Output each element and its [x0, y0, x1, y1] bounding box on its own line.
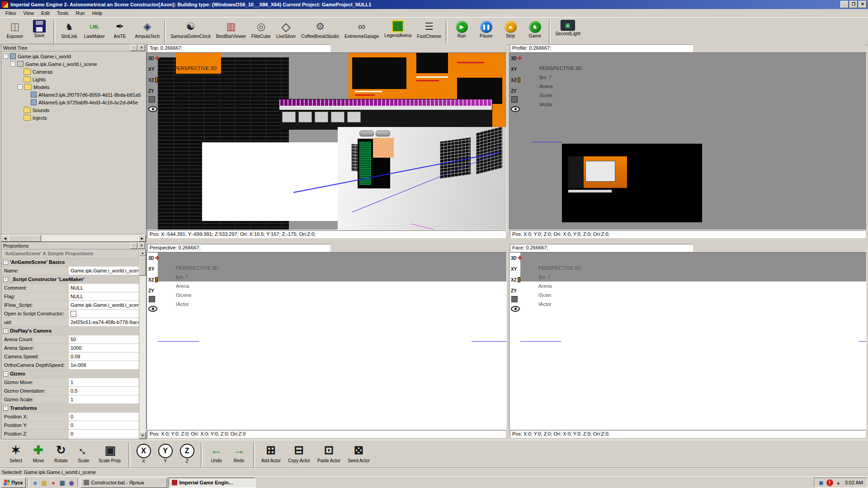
scroll-up-icon[interactable]: ▲ [139, 249, 146, 256]
view-3d-button[interactable]: 3D✚ [147, 253, 158, 263]
view-xy-button[interactable]: XY [509, 263, 520, 274]
toolbar-button-slotlink[interactable]: ♞SlotLink [57, 19, 81, 39]
tree-node[interactable]: Sounds [1, 106, 146, 114]
view-xy-button[interactable]: XY [147, 64, 158, 75]
view-zy-button[interactable]: ZY [147, 285, 158, 296]
show-desktop-icon[interactable]: ▦ [58, 479, 66, 487]
proportions-header[interactable]: Proportions ▫ ✕ [1, 242, 146, 249]
maximize-icon[interactable]: ❐ [849, 1, 858, 8]
view-3d-button[interactable]: 3D✚ [509, 253, 520, 263]
menu-item-tools[interactable]: Tools [53, 9, 72, 17]
tree-node[interactable]: Cameras [1, 68, 146, 75]
property-value[interactable]: 1000 [69, 344, 139, 352]
scene-3d-render[interactable]: PERSPECTIVE 3Dfps: 7ArenaIScenIActor [520, 53, 866, 230]
toolbar-button-exposer[interactable]: ◫Exposer [3, 19, 27, 39]
close-icon[interactable]: ✕ [859, 1, 867, 8]
toolbar-button-rotate[interactable]: ↻Rotate [50, 441, 72, 463]
toolbar-button-scale[interactable]: ↔Scale [72, 441, 95, 463]
layer-swatch-icon[interactable] [511, 96, 518, 103]
toolbar-button-run[interactable]: ▶Run [449, 19, 474, 38]
task-button[interactable]: Constructor.bat - Ярлык [80, 478, 167, 488]
media-icon[interactable]: ◉ [67, 479, 75, 487]
property-section[interactable]: -Transforms [1, 404, 139, 413]
opera-icon[interactable]: ● [49, 479, 57, 487]
property-value[interactable]: 1 [69, 378, 139, 386]
tree-node[interactable]: Injects [1, 114, 146, 122]
view-zy-button[interactable]: ZY [509, 85, 520, 96]
toolbar-button-game[interactable]: ♞Game [523, 19, 547, 38]
ie-icon[interactable]: e [31, 479, 39, 487]
menu-item-help[interactable]: Help [89, 9, 106, 17]
position-readout[interactable]: Pos: X:0; Y:0; Z:0; Ori: X:0; Y:0; Z:0; … [510, 430, 866, 438]
viewport-canvas-top[interactable]: 3D✚ XY XZ ZY [146, 52, 507, 230]
toolbar-button-extreeme[interactable]: ∞ExtreemeGarage [342, 19, 382, 39]
toolbar-button-ampulatech[interactable]: ◈AmpulaTech [132, 19, 162, 39]
toolbar-button-axis-y[interactable]: YY [155, 441, 176, 464]
property-value[interactable]: NULL [69, 292, 139, 300]
property-value[interactable]: Game.ipk.Game.i_world.i_scene [69, 267, 139, 275]
viewport-perspective-field[interactable]: Perspective: 0.266667; [147, 244, 330, 252]
menu-item-edit[interactable]: Edit [38, 9, 53, 17]
expander-icon[interactable]: - [3, 371, 8, 376]
viewport-top-field[interactable]: Top: 0.266667; [147, 44, 330, 52]
scroll-thumb[interactable] [9, 235, 41, 242]
property-value[interactable]: 1e-008 [69, 361, 139, 369]
view-xz-button[interactable]: XZ [147, 274, 158, 285]
view-3d-button[interactable]: 3D✚ [147, 53, 158, 64]
property-value[interactable]: NULL [69, 284, 139, 292]
property-value[interactable]: 50 [69, 335, 139, 343]
viewport-canvas-face[interactable]: 3D✚ XY XZ ZY PERSPECTIVE 3Dfps: 7ArenaIS… [509, 252, 867, 430]
scene-3d-render[interactable]: PERSPECTIVE 3Dfps: 4.159100Arena Pos: x[… [158, 53, 506, 230]
tree-node[interactable]: AName3.ipk.2f0797d6-8559-4d11-8bda-b81a5 [1, 91, 146, 99]
toolbar-button-copyactor[interactable]: ⊟Copy Actor [284, 441, 314, 463]
visibility-eye-icon[interactable] [148, 106, 157, 112]
visibility-eye-icon[interactable] [511, 306, 520, 312]
expander-icon[interactable]: - [3, 54, 8, 59]
layer-swatch-icon[interactable] [149, 96, 155, 103]
property-value[interactable]: 0 [69, 430, 139, 438]
panel-pin-icon[interactable]: ▫ [130, 243, 137, 249]
world-tree-hscrollbar[interactable]: ◀ ▶ [1, 234, 146, 241]
panel-close-icon[interactable]: ✕ [138, 45, 145, 51]
position-readout[interactable]: Pos: X:0; Y:0; Z:0; Ori: X:0; Y:0; Z:0; … [510, 230, 866, 238]
toolbar-button-lawmaker[interactable]: LMLLawMaker [81, 19, 108, 39]
property-section[interactable]: -'AnGameScene' Basics [1, 258, 139, 267]
expander-icon[interactable]: - [10, 61, 15, 66]
toolbar-button-axis-z[interactable]: ZZ [176, 441, 198, 464]
menu-item-run[interactable]: Run [72, 9, 89, 17]
viewport-profile-field[interactable]: Profile: 0.266667; [510, 44, 693, 52]
property-value[interactable]: 1 [69, 395, 139, 404]
property-value[interactable] [69, 310, 139, 318]
view-xz-button[interactable]: XZ [147, 75, 158, 85]
property-value[interactable]: 2ef25c61-ea74-45fb-b778-9ac4 [69, 318, 139, 326]
toolbar-button-pause[interactable]: ❚❚Pause [474, 19, 498, 38]
toolbar-button-axis-x[interactable]: XX [133, 441, 155, 464]
property-section[interactable]: -DisPlay's Camera [1, 327, 139, 335]
proportions-vscrollbar[interactable]: ▲ ▼ [139, 249, 146, 439]
add-view-icon[interactable]: ✚ [155, 56, 160, 61]
toolbar-button-undo[interactable]: ←Undo [205, 441, 228, 463]
toolbar-button-select[interactable]: ✶Select [5, 441, 27, 463]
property-value[interactable]: 0.5 [69, 387, 139, 395]
property-value[interactable]: 1 [69, 438, 139, 439]
toolbar-button-redo[interactable]: →Redo [228, 441, 250, 463]
layer-swatch-icon[interactable] [149, 296, 155, 302]
display-icon[interactable]: ▣ [818, 479, 825, 486]
toolbar-button-seedactor[interactable]: ⊠Seed Actor [344, 441, 373, 463]
view-zy-button[interactable]: ZY [509, 285, 520, 296]
toolbar-button-scaleprop[interactable]: ▣Scale Prop. [95, 441, 126, 463]
tree-node[interactable]: -Game.ipk.Game.i_world [1, 52, 146, 60]
view-xy-button[interactable]: XY [147, 263, 158, 274]
title-bar[interactable]: Imperial Game Engine 2- Axionometrical a… [0, 0, 868, 9]
scroll-down-icon[interactable]: ▼ [139, 432, 146, 439]
scene-3d-render[interactable]: PERSPECTIVE 3Dfps: 7ArenaIScenIActor [520, 253, 866, 429]
toolbar-button-samurai[interactable]: ☯SamuraiGolenClock [168, 19, 213, 39]
add-view-icon[interactable]: ✚ [155, 256, 160, 260]
scene-3d-render[interactable]: PERSPECTIVE 3Dfps: 7ArenaISceneIActor [158, 253, 506, 429]
toolbar-button-livesilver[interactable]: ◇LiveSilver [274, 19, 298, 39]
position-readout[interactable]: Pos: X:-544.391; Y:-699.991; Z:533.297; … [147, 230, 506, 238]
toolbar-button-move[interactable]: ✚Move [27, 441, 50, 463]
add-view-icon[interactable]: ✚ [518, 56, 522, 61]
expander-icon[interactable]: - [18, 84, 23, 89]
property-value[interactable]: 0 [69, 421, 139, 429]
